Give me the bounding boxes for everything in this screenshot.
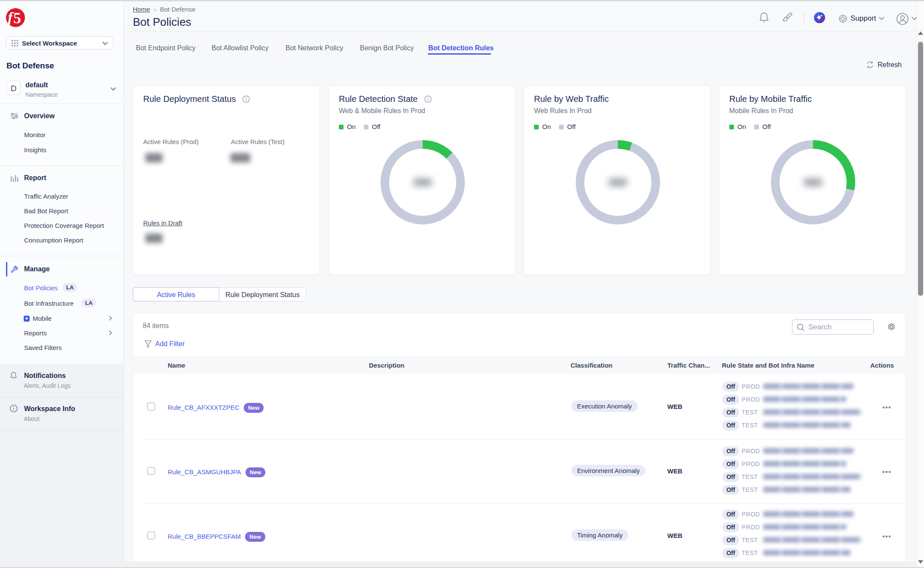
svg-text:5: 5: [13, 9, 21, 27]
